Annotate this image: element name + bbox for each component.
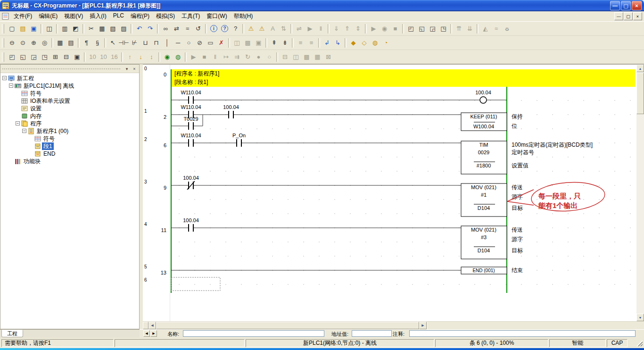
previous-reference-button[interactable]: ◇	[359, 38, 370, 48]
end-instruction-block[interactable]: END (001)	[461, 267, 507, 274]
tree-item-settings[interactable]: 设置	[0, 105, 139, 112]
cascade-windows-button[interactable]: ◰	[7, 52, 17, 62]
menu-item-2[interactable]: 视图(V)	[61, 11, 86, 22]
continuous-step-run-button[interactable]: ⇉	[231, 52, 242, 62]
run-mode-button[interactable]: ▶	[368, 24, 379, 34]
work-online-simulator-button[interactable]: ▶	[305, 24, 315, 34]
mdi-close-button[interactable]: ×	[633, 12, 642, 20]
restore-button[interactable]: ▢	[621, 1, 631, 10]
next-reference-button[interactable]: ◆	[348, 38, 359, 48]
horizontal-scroll-thumb[interactable]	[156, 322, 419, 329]
monitor-refresh-button[interactable]: ↕	[146, 52, 157, 62]
zoom-in-button[interactable]: ⊕	[28, 38, 39, 48]
tree-item-program1[interactable]: −新程序1 (00)	[0, 127, 139, 135]
delete-rung-button[interactable]: ⇟	[280, 38, 290, 48]
workspace-grip[interactable]	[2, 68, 120, 69]
display-signed-decimal-button[interactable]: 10	[98, 52, 109, 62]
show-rung-comments-button[interactable]: ¶	[81, 38, 92, 48]
pane-splitter-button[interactable]	[143, 322, 149, 329]
force-reset-button[interactable]: ⇊	[464, 24, 475, 34]
show-watch-window-button[interactable]: ◲	[427, 24, 438, 34]
online-monitor-button[interactable]: ◉	[162, 52, 173, 62]
menu-item-6[interactable]: 模拟(S)	[153, 11, 178, 22]
close-button[interactable]: ×	[632, 1, 642, 10]
close-all-windows-button[interactable]: ⊠	[323, 52, 334, 62]
force-set-button[interactable]: ⇈	[454, 24, 464, 34]
rung-0-margin[interactable]: 00	[143, 66, 169, 108]
cut-button[interactable]: ✂	[86, 24, 97, 34]
io-comment-view-button[interactable]: ▣	[253, 38, 264, 48]
save-button[interactable]: ▣	[28, 24, 39, 34]
watch-prev-button[interactable]: ◀	[143, 330, 150, 337]
delete-tool-button[interactable]: ✗	[216, 38, 227, 48]
show-reference-window-button[interactable]: ◳	[438, 24, 449, 34]
download-to-plc-button[interactable]: ⇓	[331, 24, 342, 34]
menu-item-8[interactable]: 窗口(W)	[203, 11, 230, 22]
mov-instruction-block[interactable]: MOV (021) #1 D104	[461, 183, 507, 217]
properties-window-button[interactable]: ▣	[72, 52, 83, 62]
watch-name-input[interactable]	[183, 330, 324, 337]
project-tab[interactable]: 工程	[1, 330, 23, 337]
workspace-close-button[interactable]: ×	[131, 65, 138, 72]
keep-instruction-block[interactable]: KEEP (011) W100.04	[461, 113, 507, 131]
address-reference-tool-button[interactable]: ↺	[193, 24, 204, 34]
scroll-left-button[interactable]: ◀	[149, 322, 156, 329]
tree-item-program1-symbols[interactable]: 符号	[0, 135, 139, 142]
context-help-button[interactable]: ?	[230, 24, 241, 34]
rung-6-margin[interactable]: 6	[143, 277, 169, 293]
print-preview-button[interactable]: ◩	[70, 24, 81, 34]
print-button[interactable]: ▥	[59, 24, 70, 34]
find-in-project-button[interactable]: ≈	[182, 24, 193, 34]
find-button[interactable]: ∞	[160, 24, 171, 34]
cascade-button[interactable]: ▩	[301, 52, 312, 62]
tree-item-memory[interactable]: 内存	[0, 112, 139, 120]
panel-splitter[interactable]	[140, 64, 143, 329]
minimize-button[interactable]: —	[610, 1, 620, 10]
data-trace-button[interactable]: ≈	[491, 24, 502, 34]
compare-programs-button[interactable]: ◫	[44, 24, 55, 34]
tile-windows-button[interactable]: ◱	[17, 52, 28, 62]
horizontal-scrollbar[interactable]: ◀ ▶	[143, 321, 636, 329]
replace-button[interactable]: ⇄	[171, 24, 182, 34]
simulator-pause-button[interactable]: ‖	[210, 52, 221, 62]
differential-monitor-button[interactable]: ◭	[480, 24, 491, 34]
rung-1-margin[interactable]: 12	[143, 108, 169, 136]
compile-all-programs-button[interactable]: ⚠	[256, 24, 267, 34]
cross-reference-report-button[interactable]: ⊟	[61, 52, 72, 62]
zoom-to-fit-button[interactable]: ◎	[39, 38, 50, 48]
go-to-connection-button[interactable]: ↳	[332, 38, 343, 48]
tree-item-plc[interactable]: −新PLC1[CJ1M] 离线	[0, 82, 139, 90]
work-online-button[interactable]: ⇌	[294, 24, 305, 34]
program-mode-button[interactable]: ■	[390, 24, 401, 34]
mdi-restore-button[interactable]: ▢	[624, 12, 633, 20]
online-edit-button[interactable]: A	[267, 24, 278, 34]
show-rung-wrapping-button[interactable]: ▤	[66, 38, 76, 48]
tile-horizontally-button[interactable]: ⊟	[280, 52, 290, 62]
tree-item-end[interactable]: END	[0, 150, 139, 158]
tree-expander-icon[interactable]: −	[2, 76, 7, 80]
new-or-contact-button[interactable]: ⊔	[140, 38, 151, 48]
menu-item-0[interactable]: 文件(F)	[10, 11, 35, 22]
tree-item-symbols[interactable]: 符号	[0, 90, 139, 97]
go-to-rung-button[interactable]: ↲	[322, 38, 332, 48]
tree-item-programs[interactable]: −程序	[0, 120, 139, 127]
display-decimal-button[interactable]: 10	[87, 52, 98, 62]
new-instruction-button[interactable]: ▭	[205, 38, 216, 48]
scroll-down-button[interactable]: ▼	[636, 314, 644, 321]
menu-item-4[interactable]: PLC	[110, 11, 127, 22]
display-hex-button[interactable]: 16	[109, 52, 120, 62]
new-vertical-line-button[interactable]: │	[162, 38, 173, 48]
symbol-table-button[interactable]: ▩	[242, 38, 253, 48]
new-view-button[interactable]: ◲	[28, 52, 39, 62]
watch-comment-input[interactable]	[409, 330, 636, 337]
zoom-normal-button[interactable]: ⊙	[17, 38, 28, 48]
menu-item-9[interactable]: 帮助(H)	[231, 11, 256, 22]
zoom-out-button[interactable]: ⊖	[7, 38, 17, 48]
show-sections-button[interactable]: §	[92, 38, 103, 48]
scroll-right-button[interactable]: ▶	[419, 322, 427, 329]
step-run-button[interactable]: ↦	[221, 52, 231, 62]
menu-item-3[interactable]: 插入(I)	[86, 11, 109, 22]
rung-comment-list-button[interactable]: ≡	[306, 38, 317, 48]
scroll-up-button[interactable]: ▲	[636, 65, 644, 72]
clear-breakpoints-button[interactable]: ○	[264, 52, 275, 62]
